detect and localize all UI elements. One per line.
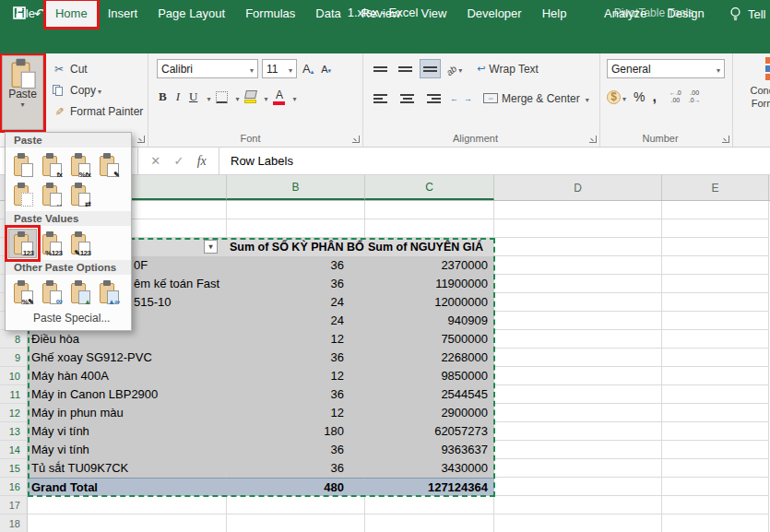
align-left-button[interactable]	[370, 89, 391, 108]
row-labels-filter-button[interactable]: ▾	[204, 240, 218, 254]
picture-icon[interactable]: ▲	[65, 278, 94, 307]
cell-C14[interactable]: 9363637	[365, 441, 494, 459]
percent-style-button[interactable]: %	[634, 89, 645, 104]
tab-view[interactable]: View	[410, 0, 456, 28]
tab-developer[interactable]: Developer	[456, 0, 531, 28]
alignment-dialog-launcher[interactable]	[589, 136, 597, 143]
cell-B16[interactable]: 480	[227, 478, 365, 496]
values-number-formatting-icon[interactable]: %123	[37, 229, 65, 258]
cell-D10[interactable]	[494, 367, 662, 385]
cell-C18[interactable]	[365, 514, 494, 532]
cell-E15[interactable]	[662, 459, 769, 478]
paste-button[interactable]: Paste ▾	[2, 55, 43, 130]
cell-D2[interactable]	[494, 219, 662, 238]
underline-caret[interactable]	[205, 89, 210, 105]
cell-C16[interactable]: 127124364	[365, 478, 494, 496]
formulas-number-formatting-icon[interactable]: %fx	[65, 150, 94, 180]
font-name-combo[interactable]: Calibri	[157, 59, 258, 78]
tab-review[interactable]: Review	[351, 0, 411, 28]
cell-E6[interactable]	[662, 293, 769, 312]
cell-E12[interactable]	[662, 404, 769, 422]
tab-data[interactable]: Data	[305, 0, 350, 28]
borders-caret[interactable]	[233, 89, 239, 105]
bottom-align-button[interactable]	[420, 59, 441, 78]
cell-B3[interactable]: Sum of SỐ KỲ PHÂN BỔ	[227, 238, 365, 256]
column-header-E[interactable]: E	[662, 175, 769, 200]
no-borders-icon[interactable]	[8, 180, 37, 209]
tab-analyze[interactable]: Analyze	[594, 0, 657, 28]
cell-B5[interactable]: 36	[227, 275, 365, 293]
cell-A15[interactable]: Tủ sắt TU09K7CK	[28, 459, 227, 478]
cell-D13[interactable]	[494, 422, 662, 441]
fill-color-caret[interactable]	[262, 89, 267, 105]
row-header-12[interactable]: 12	[0, 404, 28, 422]
cell-A13[interactable]: Máy vi tính	[28, 422, 227, 441]
row-header-13[interactable]: 13	[0, 422, 28, 441]
row-header-17[interactable]: 17	[0, 496, 28, 514]
middle-align-button[interactable]	[395, 59, 416, 78]
cell-D18[interactable]	[494, 514, 662, 532]
row-header-15[interactable]: 15	[0, 459, 28, 478]
wrap-text-button[interactable]: ↩ Wrap Text	[477, 63, 539, 76]
cell-A18[interactable]	[28, 514, 227, 532]
tell-me-button[interactable]: Tell	[729, 0, 766, 28]
cell-A17[interactable]	[28, 496, 227, 514]
cell-E16[interactable]	[662, 478, 769, 496]
conditional-formatting-button[interactable]: Conditional Formatting	[740, 57, 770, 111]
cell-C2[interactable]	[365, 219, 494, 238]
clipboard-dialog-launcher[interactable]	[137, 136, 145, 143]
enter-icon[interactable]: ✓	[173, 154, 184, 168]
column-header-B[interactable]: B	[227, 175, 365, 200]
format-painter-button[interactable]: ✎ Format Painter	[51, 100, 143, 122]
row-header-18[interactable]: 18	[0, 514, 28, 532]
cell-E5[interactable]	[662, 275, 769, 293]
cell-D6[interactable]	[494, 293, 662, 312]
linked-picture-icon[interactable]: ▲∞	[94, 278, 123, 307]
keep-source-column-widths-icon[interactable]: ↔	[37, 180, 65, 209]
grow-font-button[interactable]: A	[301, 62, 315, 76]
cell-C15[interactable]: 3430000	[365, 459, 494, 478]
bold-button[interactable]: B	[157, 89, 169, 104]
align-right-button[interactable]	[423, 89, 444, 108]
cell-B15[interactable]: 36	[227, 459, 365, 478]
font-size-combo[interactable]: 11	[262, 59, 297, 78]
shrink-font-button[interactable]: A	[319, 64, 333, 75]
cell-D9[interactable]	[494, 349, 662, 367]
center-button[interactable]	[397, 89, 418, 108]
cell-A11[interactable]: Máy in Canon LBP2900	[28, 385, 227, 404]
tab-page-layout[interactable]: Page Layout	[148, 0, 235, 28]
keep-source-formatting-icon[interactable]: ✎	[94, 150, 123, 180]
comma-style-button[interactable]: ,	[652, 89, 656, 105]
cell-B7[interactable]: 24	[227, 312, 365, 330]
cell-B8[interactable]: 12	[227, 330, 365, 349]
cell-A8[interactable]: Điều hòa	[28, 330, 227, 349]
paste-special-menu-item[interactable]: Paste Special...	[6, 309, 131, 327]
top-align-button[interactable]	[370, 59, 391, 78]
cell-D15[interactable]	[494, 459, 662, 478]
cell-E13[interactable]	[662, 422, 769, 441]
cell-C10[interactable]: 9850000	[365, 367, 494, 385]
cell-E7[interactable]	[662, 312, 769, 330]
font-dialog-launcher[interactable]	[352, 136, 360, 143]
cell-B9[interactable]: 36	[227, 349, 365, 367]
tab-insert[interactable]: Insert	[98, 0, 148, 28]
row-header-14[interactable]: 14	[0, 441, 28, 459]
paste-link-icon[interactable]: ∞	[37, 278, 65, 307]
cell-E10[interactable]	[662, 367, 769, 385]
cell-A16[interactable]: Grand Total	[28, 478, 227, 496]
cell-C4[interactable]: 2370000	[365, 256, 494, 275]
cell-B4[interactable]: 36	[227, 256, 365, 275]
cell-D17[interactable]	[494, 496, 662, 514]
cell-B13[interactable]: 180	[227, 422, 365, 441]
formulas-icon[interactable]: fx	[37, 150, 65, 180]
cell-E9[interactable]	[662, 349, 769, 367]
formatting-icon[interactable]: %✎	[8, 278, 37, 307]
row-header-16[interactable]: 16	[0, 478, 28, 496]
cell-D16[interactable]	[494, 478, 662, 496]
cell-D8[interactable]	[494, 330, 662, 349]
cell-C9[interactable]: 2268000	[365, 349, 494, 367]
cancel-icon[interactable]: ✕	[150, 154, 160, 168]
decrease-decimal-button[interactable]: .00.0→	[689, 89, 701, 103]
merge-center-button[interactable]: ⇔ Merge & Center	[483, 92, 589, 105]
paste-dropdown-caret[interactable]: ▾	[20, 100, 24, 109]
